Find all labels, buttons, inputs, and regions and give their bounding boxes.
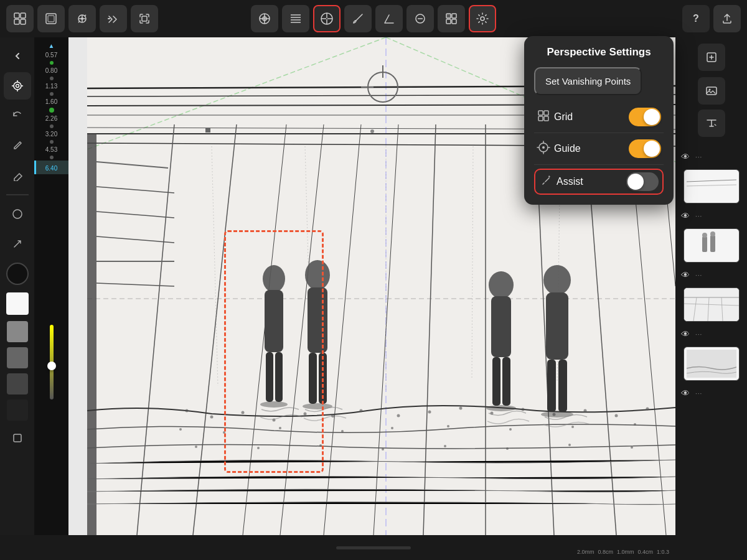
svg-rect-23 (446, 14, 451, 18)
svg-rect-121 (547, 360, 556, 412)
svg-point-72 (360, 409, 363, 413)
brush-size-panel: ▲ 0.57 0.80 1.13 1.60 2.26 3.20 4.53 6.4… (34, 37, 68, 560)
guide-label: Guide (554, 143, 629, 154)
svg-line-47 (324, 124, 361, 535)
eraser-tool-button[interactable] (4, 162, 31, 189)
eyedropper-tool-button[interactable] (4, 200, 31, 228)
eye-icon-3[interactable]: 👁 (678, 268, 693, 282)
svg-rect-144 (538, 116, 543, 121)
svg-point-82 (179, 428, 182, 431)
scale-2mm: 2.0mm (577, 549, 594, 555)
selection-button[interactable] (131, 5, 158, 32)
svg-rect-120 (546, 292, 568, 360)
guide-toggle[interactable] (629, 139, 661, 158)
set-vanishing-points-button[interactable]: Set Vanishing Points (534, 67, 642, 95)
svg-rect-142 (538, 111, 543, 115)
svg-point-123 (541, 411, 573, 418)
perspective-point-2[interactable] (370, 129, 374, 133)
new-canvas-button[interactable] (698, 44, 725, 71)
perspective-settings-popup: Perspective Settings Set Vanishing Point… (524, 36, 674, 205)
svg-line-43 (137, 124, 174, 535)
layer-thumb-3[interactable] (684, 287, 740, 322)
svg-point-27 (481, 17, 484, 21)
svg-line-65 (96, 283, 174, 286)
toolbar-left (6, 5, 158, 32)
svg-point-79 (584, 409, 587, 413)
grid-row: Grid (534, 101, 664, 133)
eye-icon-4[interactable]: 👁 (678, 327, 693, 342)
perspective-point-1[interactable] (205, 128, 210, 133)
svg-point-114 (489, 271, 514, 299)
snapping-button[interactable] (100, 5, 127, 32)
eye-icon-5[interactable]: 👁 (678, 386, 693, 401)
size-3.20: 3.20 (34, 129, 68, 139)
svg-point-66 (186, 409, 189, 413)
perspective-button[interactable] (313, 5, 341, 32)
grid-icon (537, 109, 554, 125)
bottom-bar: 2.0mm 0.8cm 1.0mm 0.4cm 1:0.3 (0, 535, 747, 560)
svg-point-97 (568, 444, 571, 446)
svg-rect-115 (491, 296, 511, 357)
layer-row-2: 👁 ··· (675, 207, 747, 225)
svg-point-88 (509, 428, 512, 431)
scale-1mm: 1.0mm (617, 549, 634, 555)
svg-point-81 (646, 408, 649, 411)
svg-point-126 (708, 89, 710, 91)
hatching-button[interactable] (282, 5, 309, 32)
svg-rect-9 (142, 16, 147, 21)
help-button[interactable]: ? (682, 5, 710, 32)
canvas-button[interactable] (438, 5, 465, 32)
transform-button[interactable] (37, 5, 65, 32)
svg-line-63 (96, 236, 174, 243)
size-6.40-active: 6.40 (45, 165, 57, 172)
adjust-button[interactable] (68, 5, 96, 32)
brush-library-button[interactable] (344, 5, 372, 32)
lasso-tool-button[interactable] (4, 230, 31, 258)
assist-row: Assist (534, 169, 664, 195)
svg-rect-117 (502, 357, 510, 406)
eye-icon-2[interactable]: 👁 (678, 208, 693, 223)
svg-point-75 (459, 407, 463, 410)
svg-point-118 (486, 405, 516, 411)
angle-button[interactable] (375, 5, 403, 32)
toolbar-right: ? (682, 5, 741, 32)
svg-point-91 (195, 446, 197, 448)
settings-gear-button[interactable] (469, 5, 496, 32)
svg-point-77 (522, 408, 525, 411)
brush-tool-button[interactable] (4, 72, 31, 100)
svg-point-6 (81, 17, 83, 20)
svg-rect-132 (710, 235, 715, 252)
svg-rect-4 (46, 14, 56, 24)
layer-thumb-4[interactable] (684, 347, 740, 381)
toolbar-center (251, 5, 496, 32)
svg-line-36 (87, 37, 386, 149)
layer-thumb-2[interactable] (684, 228, 740, 263)
undo-button[interactable] (4, 102, 31, 129)
size-0.80: 0.80 (34, 66, 68, 75)
svg-rect-5 (48, 16, 54, 22)
share-button[interactable] (713, 5, 741, 32)
assist-toggle[interactable] (626, 172, 659, 191)
image-button[interactable] (698, 77, 725, 105)
text-button[interactable] (698, 110, 725, 137)
symmetry-button[interactable] (251, 5, 278, 32)
svg-point-73 (397, 414, 400, 418)
gallery-button[interactable] (6, 5, 34, 32)
guide-icon (537, 141, 554, 157)
svg-point-134 (710, 231, 715, 236)
eye-icon-1[interactable]: 👁 (678, 149, 693, 164)
minus-button[interactable] (406, 5, 434, 32)
dots-3: ··· (695, 272, 702, 279)
svg-rect-145 (544, 116, 548, 121)
layer-thumb-1[interactable] (684, 169, 740, 203)
scale-0.4cm: 0.4cm (637, 549, 653, 555)
svg-point-94 (382, 448, 384, 450)
size-2.26: 2.26 (34, 114, 68, 123)
pencil-tool-button[interactable] (4, 132, 31, 159)
svg-point-28 (14, 82, 21, 90)
svg-rect-59 (87, 134, 96, 535)
chevron-left-button[interactable] (4, 42, 31, 70)
scale-ratio: 1:0.3 (657, 549, 669, 555)
grid-toggle[interactable] (629, 108, 661, 126)
move-tool-button[interactable] (4, 424, 31, 452)
